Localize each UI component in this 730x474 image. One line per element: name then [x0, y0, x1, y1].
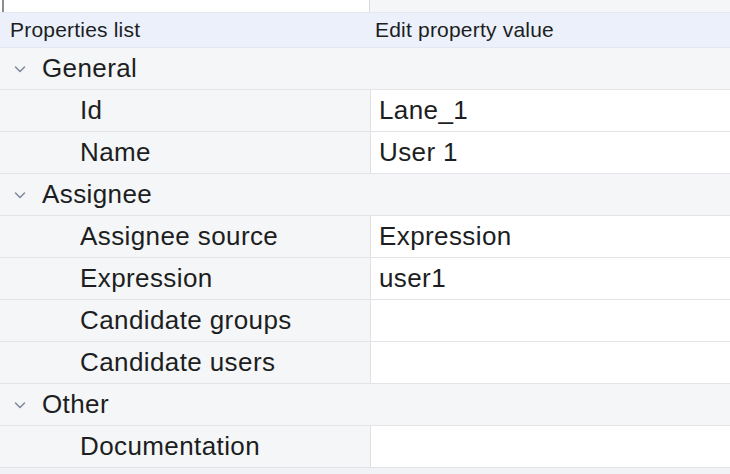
property-row-candidate-users[interactable]: Candidate users [0, 342, 730, 384]
left-edge-artifact-line [2, 0, 4, 12]
property-row-expression[interactable]: Expression user1 [0, 258, 730, 300]
section-row-general[interactable]: General [0, 48, 730, 90]
property-label[interactable]: Name [0, 132, 370, 173]
section-header[interactable]: Other [0, 384, 730, 425]
property-value-field[interactable] [370, 300, 730, 341]
property-label[interactable]: Expression [0, 258, 370, 299]
property-row-documentation[interactable]: Documentation [0, 426, 730, 468]
property-row-candidate-groups[interactable]: Candidate groups [0, 300, 730, 342]
section-header[interactable]: Assignee [0, 174, 730, 215]
chevron-down-icon[interactable] [12, 61, 28, 77]
section-title: Assignee [42, 179, 152, 210]
edit-property-value-column-header: Edit property value [370, 18, 730, 42]
property-label[interactable]: Id [0, 90, 370, 131]
section-header[interactable]: General [0, 48, 730, 89]
section-row-assignee[interactable]: Assignee [0, 174, 730, 216]
property-value-field[interactable] [370, 342, 730, 383]
chevron-down-icon[interactable] [12, 397, 28, 413]
section-title: General [42, 53, 137, 84]
cutoff-row-right-cell [370, 0, 730, 12]
property-row-assignee-source[interactable]: Assignee source Expression [0, 216, 730, 258]
property-value-field[interactable]: Expression [370, 216, 730, 257]
property-label[interactable]: Documentation [0, 426, 370, 467]
chevron-down-icon[interactable] [12, 187, 28, 203]
section-title: Other [42, 389, 109, 420]
property-value-field[interactable]: User 1 [370, 132, 730, 173]
property-value-field[interactable]: Lane_1 [370, 90, 730, 131]
properties-panel: Properties list Edit property value Gene… [0, 0, 730, 474]
property-value-field[interactable] [370, 426, 730, 467]
property-row-id[interactable]: Id Lane_1 [0, 90, 730, 132]
property-label[interactable]: Candidate users [0, 342, 370, 383]
property-label[interactable]: Candidate groups [0, 300, 370, 341]
property-value-field[interactable]: user1 [370, 258, 730, 299]
column-header-row: Properties list Edit property value [0, 12, 730, 48]
cutoff-row-left-cell [0, 0, 370, 12]
cutoff-row-strip [0, 0, 730, 12]
property-label[interactable]: Assignee source [0, 216, 370, 257]
properties-list-column-header: Properties list [0, 18, 370, 42]
property-row-name[interactable]: Name User 1 [0, 132, 730, 174]
section-row-other[interactable]: Other [0, 384, 730, 426]
properties-tree: General Id Lane_1 Name User 1 Assignee A… [0, 48, 730, 468]
cutoff-bottom-row-strip [0, 468, 730, 474]
